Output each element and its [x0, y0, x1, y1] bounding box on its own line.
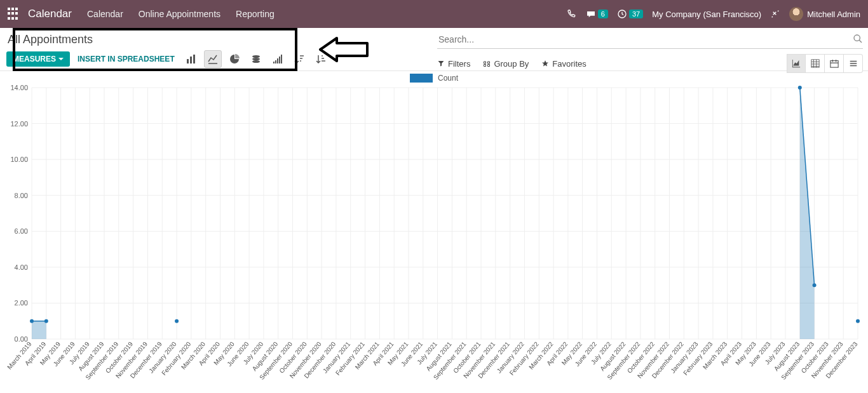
nav-reporting[interactable]: Reporting	[236, 9, 275, 19]
apps-icon[interactable]	[8, 8, 20, 20]
group-by-button[interactable]: Group By	[483, 59, 529, 69]
graph-view-icon[interactable]	[787, 54, 806, 73]
activities-icon[interactable]: 37	[617, 9, 643, 19]
cumulative-icon[interactable]	[269, 50, 287, 68]
measures-label: MEASURES	[13, 55, 56, 63]
svg-rect-14	[830, 61, 837, 68]
svg-text:8.00: 8.00	[15, 192, 28, 199]
calendar-view-icon[interactable]	[825, 54, 844, 73]
nav-calendar[interactable]: Calendar	[87, 9, 123, 19]
chart-legend: Count	[0, 71, 868, 85]
pivot-view-icon[interactable]	[806, 54, 825, 73]
stacked-icon[interactable]	[247, 50, 265, 68]
search-icon[interactable]	[853, 34, 863, 46]
filters-label: Filters	[448, 59, 470, 69]
svg-rect-7	[273, 62, 275, 63]
filters-button[interactable]: Filters	[437, 59, 470, 69]
page-title: All Appointments	[5, 30, 427, 50]
nav-online-appointments[interactable]: Online Appointments	[139, 9, 220, 19]
search-bar	[437, 30, 863, 49]
svg-rect-11	[281, 55, 282, 63]
group-by-label: Group By	[494, 59, 529, 69]
svg-rect-10	[279, 57, 280, 63]
caret-down-icon	[58, 58, 64, 60]
svg-point-4	[252, 55, 260, 58]
search-input[interactable]	[437, 32, 853, 47]
control-panel: All Appointments MEASURES INSERT IN SPRE…	[0, 28, 868, 71]
insert-spreadsheet-button[interactable]: INSERT IN SPREADSHEET	[74, 52, 179, 66]
voip-icon[interactable]	[567, 9, 577, 19]
legend-swatch	[410, 74, 433, 83]
activities-badge: 37	[629, 10, 643, 18]
avatar	[789, 7, 803, 21]
user-name: Mitchell Admin	[807, 10, 860, 19]
top-nav: Calendar Calendar Online Appointments Re…	[0, 0, 868, 28]
svg-text:4.00: 4.00	[15, 263, 28, 271]
messages-icon[interactable]: 6	[586, 9, 608, 19]
svg-point-89	[30, 319, 34, 323]
user-menu[interactable]: Mitchell Admin	[789, 7, 860, 21]
svg-rect-2	[190, 57, 192, 63]
app-brand: Calendar	[28, 8, 72, 20]
svg-point-5	[252, 58, 260, 60]
svg-point-94	[856, 319, 860, 323]
svg-rect-3	[193, 55, 195, 63]
company-selector[interactable]: My Company (San Francisco)	[652, 10, 761, 19]
messages-badge: 6	[598, 10, 608, 18]
legend-label: Count	[438, 74, 458, 83]
svg-rect-1	[187, 59, 189, 63]
svg-text:10.00: 10.00	[10, 156, 28, 163]
debug-icon[interactable]	[770, 9, 780, 19]
svg-point-92	[798, 86, 802, 90]
svg-point-93	[813, 283, 817, 287]
sort-desc-icon[interactable]	[290, 50, 308, 68]
measures-button[interactable]: MEASURES	[6, 51, 70, 67]
svg-text:14.00: 14.00	[10, 85, 28, 91]
svg-text:6.00: 6.00	[15, 227, 28, 235]
svg-point-90	[44, 319, 48, 323]
favorites-label: Favorites	[552, 59, 586, 69]
svg-point-91	[175, 319, 179, 323]
line-chart-icon[interactable]	[204, 50, 222, 68]
svg-text:2.00: 2.00	[15, 299, 28, 307]
svg-point-12	[854, 35, 860, 41]
svg-rect-8	[275, 60, 276, 63]
svg-rect-9	[277, 58, 278, 63]
bar-chart-icon[interactable]	[182, 50, 200, 68]
list-view-icon[interactable]	[844, 54, 863, 73]
svg-point-6	[252, 60, 260, 63]
sort-asc-icon[interactable]	[312, 50, 330, 68]
favorites-button[interactable]: Favorites	[541, 59, 586, 69]
pie-chart-icon[interactable]	[226, 50, 243, 68]
line-chart: 0.002.004.006.008.0010.0012.0014.00March…	[6, 85, 862, 390]
svg-text:12.00: 12.00	[10, 120, 28, 128]
